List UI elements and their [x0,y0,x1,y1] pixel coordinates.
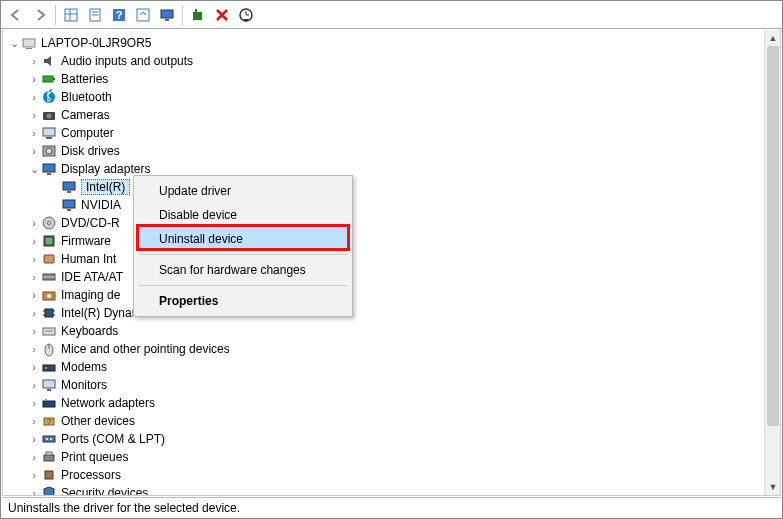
chevron-right-icon[interactable]: › [27,73,41,85]
chevron-right-icon[interactable]: › [27,235,41,247]
root-node[interactable]: ⌄LAPTOP-0LJR9OR5 [3,34,764,52]
chevron-right-icon[interactable]: › [27,379,41,391]
category-port[interactable]: ›Ports (COM & LPT) [3,430,764,448]
category-monitor[interactable]: ›Monitors [3,376,764,394]
category-keyboard[interactable]: ›Keyboards [3,322,764,340]
category-mouse[interactable]: ›Mice and other pointing devices [3,340,764,358]
monitor-button[interactable] [156,4,178,26]
category-ide[interactable]: ›IDE ATA/AT [3,268,764,286]
hid-icon [41,251,57,267]
show-hidden-button[interactable] [60,4,82,26]
svg-rect-21 [43,128,55,136]
svg-rect-9 [161,10,173,18]
device-item[interactable]: NVIDIA [3,196,764,214]
menu-item-disable-device[interactable]: Disable device [137,203,349,227]
category-printer[interactable]: ›Print queues [3,448,764,466]
chevron-right-icon[interactable]: › [27,397,41,409]
category-dvd[interactable]: ›DVD/CD-R [3,214,764,232]
context-menu: Update driverDisable deviceUninstall dev… [133,175,353,317]
tree-item-label: Batteries [61,72,114,86]
category-battery[interactable]: ›Batteries [3,70,764,88]
chevron-right-icon[interactable]: › [27,433,41,445]
monitor-icon [41,377,57,393]
tree-item-label: IDE ATA/AT [61,270,129,284]
menu-separator [139,254,347,255]
svg-rect-28 [67,191,71,193]
chevron-right-icon[interactable]: › [27,271,41,283]
tree-item-label: Other devices [61,414,141,428]
chevron-right-icon[interactable]: › [27,127,41,139]
menu-item-update-driver[interactable]: Update driver [137,179,349,203]
svg-rect-12 [195,9,197,12]
category-hid[interactable]: ›Human Int [3,250,764,268]
vertical-scrollbar[interactable]: ▲ ▼ [764,30,780,495]
chevron-right-icon[interactable]: › [27,361,41,373]
svg-rect-11 [193,12,202,20]
properties-button[interactable] [84,4,106,26]
tree-item-label: Audio inputs and outputs [61,54,199,68]
category-chip[interactable]: ›Intel(R) Dynamic Platform and Thermal F… [3,304,764,322]
tree-item-label: Network adapters [61,396,161,410]
svg-rect-52 [47,389,51,391]
chevron-right-icon[interactable]: › [27,253,41,265]
scroll-thumb[interactable] [767,46,779,426]
scroll-up-button[interactable]: ▲ [765,30,781,46]
scroll-down-button[interactable]: ▼ [765,479,781,495]
chevron-right-icon[interactable]: › [27,325,41,337]
chevron-right-icon[interactable]: › [27,307,41,319]
category-firmware[interactable]: ›Firmware [3,232,764,250]
svg-rect-60 [44,455,54,461]
back-button[interactable] [5,4,27,26]
chevron-right-icon[interactable]: › [27,289,41,301]
device-tree[interactable]: ⌄LAPTOP-0LJR9OR5›Audio inputs and output… [3,30,764,495]
chevron-right-icon[interactable]: › [27,55,41,67]
remove-icon [214,7,230,23]
printer-icon [41,449,57,465]
chevron-right-icon[interactable]: › [27,91,41,103]
category-speaker[interactable]: ›Audio inputs and outputs [3,52,764,70]
update-driver-button[interactable] [132,4,154,26]
chevron-right-icon[interactable]: › [27,469,41,481]
other-icon: ? [41,413,57,429]
category-computer[interactable]: ›Computer [3,124,764,142]
scan-icon [238,7,254,23]
chevron-right-icon[interactable]: › [27,217,41,229]
chevron-right-icon[interactable]: › [27,145,41,157]
category-network[interactable]: ›Network adapters [3,394,764,412]
category-imaging[interactable]: ›Imaging de [3,286,764,304]
category-camera[interactable]: ›Cameras [3,106,764,124]
category-modem[interactable]: ›Modems [3,358,764,376]
device-item[interactable]: Intel(R) [3,178,764,196]
svg-rect-14 [23,39,35,47]
camera-icon [41,107,57,123]
menu-item-properties[interactable]: Properties [137,289,349,313]
cpu-icon [41,467,57,483]
chevron-right-icon[interactable]: › [27,451,41,463]
forward-button[interactable] [29,4,51,26]
chevron-right-icon[interactable]: › [27,109,41,121]
menu-item-uninstall-device[interactable]: Uninstall device [137,227,349,251]
svg-rect-30 [67,209,71,211]
category-bluetooth[interactable]: ›Bluetooth [3,88,764,106]
chevron-right-icon[interactable]: › [27,487,41,495]
add-legacy-button[interactable] [187,4,209,26]
category-display[interactable]: ⌄Display adapters [3,160,764,178]
svg-rect-34 [46,238,52,244]
chevron-down-icon[interactable]: ⌄ [27,163,41,176]
menu-item-scan-for-hardware-changes[interactable]: Scan for hardware changes [137,258,349,282]
category-disk[interactable]: ›Disk drives [3,142,764,160]
add-hardware-icon [190,7,206,23]
category-other[interactable]: ›?Other devices [3,412,764,430]
category-cpu[interactable]: ›Processors [3,466,764,484]
category-security[interactable]: ›Security devices [3,484,764,495]
mouse-icon [41,341,57,357]
svg-rect-17 [53,78,55,80]
help-button[interactable]: ? [108,4,130,26]
svg-rect-16 [43,76,53,82]
uninstall-button[interactable] [211,4,233,26]
scan-button[interactable] [235,4,257,26]
chevron-down-icon[interactable]: ⌄ [7,37,21,50]
chevron-right-icon[interactable]: › [27,415,41,427]
chevron-right-icon[interactable]: › [27,343,41,355]
svg-rect-8 [137,9,149,21]
